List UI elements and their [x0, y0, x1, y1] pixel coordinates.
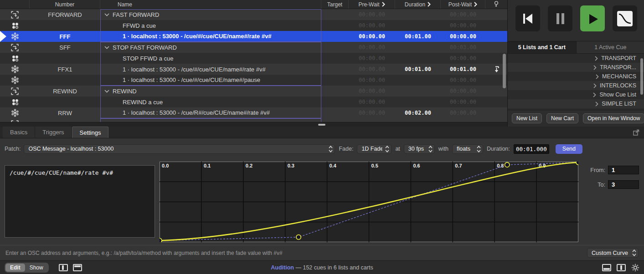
network-cue-icon [11, 109, 19, 117]
cue-number: SRW [30, 118, 100, 122]
cue-name: FAST FORWARD [100, 9, 321, 20]
to-field[interactable]: 3 [608, 180, 639, 189]
cue-list-header: Number Name Target Pre-Wait Duration Pos… [0, 0, 507, 9]
cue-lists-list: TRANSPORTTRANSPOR...MECHANICSINTERLOCKSS… [508, 54, 644, 109]
lists-scrollbar-thumb[interactable] [640, 58, 643, 95]
play-button[interactable] [580, 5, 605, 31]
cue-row[interactable]: REWINDREWIND00:00.0000:00.00 [0, 86, 507, 96]
column-type[interactable] [0, 0, 30, 9]
network-cue-icon [11, 32, 19, 41]
from-field[interactable]: 1 [608, 166, 639, 174]
fade-label: Fade: [339, 146, 353, 152]
cue-row[interactable]: FFX11 · localhost : 53000 - /cue/#/cue/C… [0, 64, 507, 75]
cue-row[interactable]: SRWSTOP REWIND [0, 118, 507, 122]
tab-settings[interactable]: Settings [72, 127, 109, 138]
new-cart-button[interactable]: New Cart [546, 113, 578, 123]
value-format-select[interactable]: floats [452, 144, 483, 154]
disclosure-triangle-icon[interactable] [104, 46, 109, 49]
cue-row[interactable]: REWIND a cue00:00.0000:00.00 [0, 96, 507, 107]
playhead-arrow [0, 31, 6, 42]
cue-list-item[interactable]: MECHANICS [508, 72, 644, 81]
stepper-icon [428, 146, 433, 152]
toggle-bottom-panel-button[interactable] [602, 264, 611, 271]
column-target[interactable]: Target [321, 0, 349, 9]
from-row: From: 1 [585, 166, 639, 174]
cue-count-text: — 152 cues in 6 lists and carts [294, 264, 373, 271]
toggle-right-sidebar-button[interactable] [617, 264, 626, 271]
cue-row[interactable]: STOP FFWD a cue00:00.0000:00.00 [0, 53, 507, 64]
cue-name: REWIND a cue [100, 96, 321, 107]
horizontal-scrollbar-thumb[interactable] [318, 124, 325, 126]
group-cue-icon [11, 87, 19, 95]
cue-list-item[interactable]: INTERLOCKS [508, 81, 644, 90]
cue-row[interactable]: FFF1 · localhost : 53000 - /cue/#/cue/CU… [0, 31, 507, 42]
cue-pre-wait: 00:00.00 [349, 66, 395, 72]
to-label: To: [585, 182, 605, 188]
disclosure-triangle-icon[interactable] [104, 90, 109, 93]
open-in-new-window-button[interactable]: Open in New Window [583, 113, 644, 123]
column-post-wait[interactable]: Post-Wait [441, 0, 485, 9]
cue-post-wait: 00:00.00 [441, 33, 485, 40]
curve-type-select[interactable]: Custom Curve [587, 248, 639, 258]
chevron-right-icon [596, 74, 599, 79]
cue-list-item[interactable]: TRANSPOR... [508, 63, 644, 72]
cue-list-item[interactable]: Show Cue List [508, 90, 644, 99]
vertical-scrollbar-thumb[interactable] [503, 54, 506, 88]
go-to-start-button[interactable] [515, 5, 540, 31]
patch-select[interactable]: OSC Message - localhost : 53000 [24, 144, 335, 154]
cue-row[interactable]: FFORWARDFAST FORWARD00:00.0000:00.00 [0, 9, 507, 20]
new-list-button[interactable]: New List [512, 113, 542, 123]
svg-text:0.7: 0.7 [455, 163, 462, 168]
cue-row[interactable]: 1 · localhost : 53000 - /cue/#/cue/CUE/n… [0, 75, 507, 86]
horizontal-scrollbar[interactable] [0, 122, 507, 127]
cue-list-item[interactable]: SIMPLE LIST [508, 99, 644, 108]
network-cue-icon [11, 76, 19, 84]
column-pre-wait[interactable]: Pre-Wait [349, 0, 395, 9]
tab-basics[interactable]: Basics [3, 127, 35, 138]
fade-curve-editor[interactable]: 0.00.10.20.30.40.50.60.70.80.9 [160, 162, 578, 242]
stepper-icon [329, 146, 333, 152]
osc-settings-row: Patch: OSC Message - localhost : 53000 F… [0, 142, 644, 156]
toggle-top-panel-button[interactable] [73, 264, 82, 271]
column-name[interactable]: Name [100, 0, 321, 9]
svg-text:0.2: 0.2 [246, 163, 252, 168]
cue-type-icon [0, 64, 30, 75]
pause-button[interactable] [548, 5, 572, 31]
fade-rate-select[interactable]: 30 fps [404, 144, 435, 154]
cue-post-wait: 00:00.00 [441, 22, 485, 29]
fade-and-stop-button[interactable] [613, 5, 637, 31]
send-button[interactable]: Send [556, 144, 582, 154]
cue-row[interactable]: FFWD a cue00:00.0000:00.00 [0, 20, 507, 31]
osc-message-input[interactable]: /cue/#/cue/CUE/name#/rate #v# [5, 165, 155, 238]
patch-label: Patch: [5, 146, 21, 152]
lists-pane-buttons: New List New Cart Open in New Window [508, 110, 644, 126]
cue-row[interactable]: RRW1 · localhost : 53000 - /cue/R#/cue/C… [0, 107, 507, 118]
transport-controls [508, 5, 644, 31]
tab-active-cues[interactable]: 1 Active Cue [576, 41, 644, 53]
edit-mode-button[interactable]: Edit [5, 264, 25, 272]
popout-inspector-button[interactable] [633, 127, 644, 138]
cue-number: SFF [30, 44, 100, 51]
cue-duration: 00:02.00 [395, 110, 441, 116]
disclosure-triangle-icon[interactable] [104, 13, 109, 16]
tab-triggers[interactable]: Triggers [35, 127, 72, 138]
cart-cue-icon [11, 22, 19, 29]
toggle-left-sidebar-button[interactable] [59, 264, 68, 271]
cue-list-item[interactable]: TRANSPORT [508, 54, 644, 63]
show-mode-button[interactable]: Show [25, 264, 48, 272]
tab-lists-and-carts[interactable]: 5 Lists and 1 Cart [508, 41, 576, 53]
fade-type-select[interactable]: 1D Fade [357, 144, 392, 154]
column-continue[interactable] [485, 0, 507, 9]
settings-gear-button[interactable] [631, 264, 639, 272]
cue-number: REWIND [30, 88, 100, 95]
cue-pre-wait: 00:00.00 [349, 33, 395, 40]
column-duration[interactable]: Duration [395, 0, 441, 9]
duration-field[interactable]: 00:01.000 [514, 144, 549, 154]
cue-pre-wait: 00:00.00 [349, 11, 395, 18]
column-number[interactable]: Number [30, 0, 100, 9]
cue-target [321, 118, 349, 122]
chevron-right-icon [428, 2, 431, 7]
cue-row[interactable]: SFFSTOP FAST FORWARD00:00.0000:03.00 [0, 42, 507, 53]
fade-curve-icon [617, 10, 633, 27]
stepper-icon [632, 249, 636, 256]
